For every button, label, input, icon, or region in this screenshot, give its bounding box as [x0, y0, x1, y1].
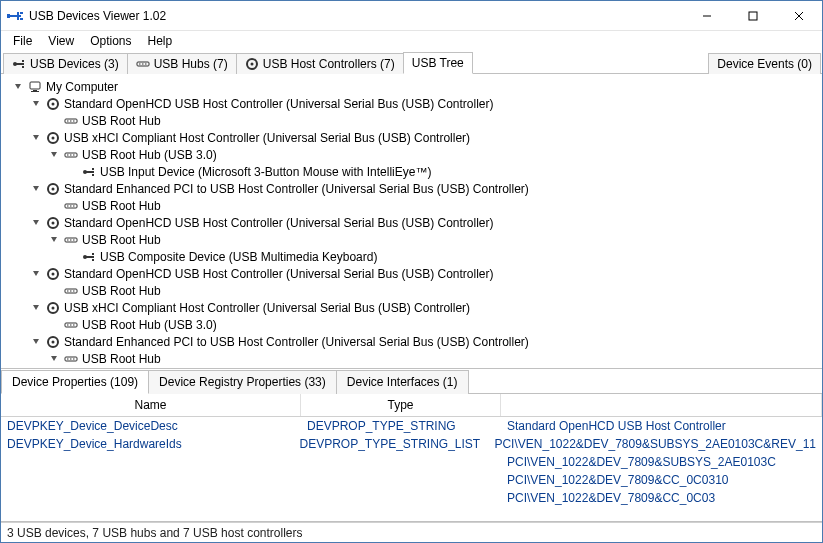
tree-label: My Computer [46, 80, 118, 94]
tree-panel: My ComputerStandard OpenHCD USB Host Con… [1, 74, 822, 369]
gear-icon [46, 97, 60, 111]
tree-toggle-icon[interactable] [31, 98, 42, 109]
svg-rect-0 [9, 15, 21, 17]
svg-rect-58 [70, 290, 72, 291]
tree-row[interactable]: USB Root Hub [9, 231, 822, 248]
hub-icon [64, 114, 78, 128]
menu-help[interactable]: Help [140, 32, 181, 50]
svg-rect-31 [67, 154, 69, 155]
tab-usb-devices[interactable]: USB Devices (3) [3, 53, 128, 74]
column-header-name[interactable]: Name [1, 394, 301, 416]
property-type: DEVPROP_TYPE_STRING [307, 419, 507, 433]
tree-row[interactable]: USB Root Hub (USB 3.0) [9, 146, 822, 163]
tree-label: Standard OpenHCD USB Host Controller (Un… [64, 97, 493, 111]
computer-icon [28, 80, 42, 94]
svg-rect-64 [70, 324, 72, 325]
tree-label: USB Root Hub [82, 233, 161, 247]
property-row[interactable]: DEVPKEY_Device_DeviceDescDEVPROP_TYPE_ST… [1, 417, 822, 435]
svg-rect-43 [73, 205, 75, 206]
gear-icon [46, 182, 60, 196]
tab-usb-controllers[interactable]: USB Host Controllers (7) [236, 53, 404, 74]
tree-row[interactable]: Standard Enhanced PCI to USB Host Contro… [9, 333, 822, 350]
app-icon [7, 8, 23, 24]
tree-row[interactable]: Standard OpenHCD USB Host Controller (Un… [9, 265, 822, 282]
tree-row[interactable]: Standard Enhanced PCI to USB Host Contro… [9, 180, 822, 197]
maximize-button[interactable] [730, 1, 776, 31]
svg-rect-32 [70, 154, 72, 155]
tab-label: USB Tree [412, 56, 464, 70]
tree-label: USB xHCI Compliant Host Controller (Univ… [64, 131, 470, 145]
tab-usb-hubs[interactable]: USB Hubs (7) [127, 53, 237, 74]
minimize-button[interactable] [684, 1, 730, 31]
window-title: USB Devices Viewer 1.02 [29, 9, 684, 23]
tree-row[interactable]: USB xHCI Compliant Host Controller (Univ… [9, 299, 822, 316]
svg-point-29 [52, 136, 55, 139]
svg-rect-20 [33, 90, 37, 91]
gear-icon [46, 131, 60, 145]
menu-view[interactable]: View [40, 32, 82, 50]
tab-device-events[interactable]: Device Events (0) [708, 53, 821, 74]
svg-rect-37 [92, 174, 94, 176]
tab-device-interfaces[interactable]: Device Interfaces (1) [336, 370, 469, 394]
tree-row[interactable]: Standard OpenHCD USB Host Controller (Un… [9, 95, 822, 112]
svg-point-18 [250, 63, 253, 66]
tree-row[interactable]: USB Root Hub [9, 282, 822, 299]
menu-file[interactable]: File [5, 32, 40, 50]
svg-point-23 [52, 102, 55, 105]
gear-icon [46, 301, 60, 315]
tree-row[interactable]: USB Root Hub [9, 350, 822, 367]
tree-toggle-icon[interactable] [31, 336, 42, 347]
tab-registry-properties[interactable]: Device Registry Properties (33) [148, 370, 337, 394]
tree-toggle-icon[interactable] [31, 183, 42, 194]
svg-rect-48 [70, 239, 72, 240]
tab-label: Device Events (0) [717, 57, 812, 71]
svg-rect-47 [67, 239, 69, 240]
tree-row[interactable]: Standard OpenHCD USB Host Controller (Un… [9, 214, 822, 231]
property-row[interactable]: PCI\VEN_1022&DEV_7809&SUBSYS_2AE0103C [1, 453, 822, 471]
svg-rect-21 [31, 91, 39, 92]
svg-rect-42 [70, 205, 72, 206]
close-button[interactable] [776, 1, 822, 31]
column-header-type[interactable]: Type [301, 394, 501, 416]
column-header-value[interactable] [501, 394, 822, 416]
property-list[interactable]: DEVPKEY_Device_DeviceDescDEVPROP_TYPE_ST… [1, 417, 822, 521]
hub-icon [64, 148, 78, 162]
hub-icon [64, 233, 78, 247]
usb-icon [82, 250, 96, 264]
tree-row[interactable]: USB Root Hub (USB 3.0) [9, 316, 822, 333]
tree-row[interactable]: My Computer [9, 78, 822, 95]
svg-rect-71 [73, 358, 75, 359]
tree-row[interactable]: USB Root Hub [9, 197, 822, 214]
property-type: DEVPROP_TYPE_STRING_LIST [299, 437, 494, 451]
property-row[interactable]: DEVPKEY_Device_HardwareIdsDEVPROP_TYPE_S… [1, 435, 822, 453]
property-type [307, 491, 507, 505]
tree-label: USB Root Hub [82, 199, 161, 213]
tree-toggle-icon[interactable] [49, 234, 60, 245]
property-name [7, 491, 307, 505]
tree-view[interactable]: My ComputerStandard OpenHCD USB Host Con… [1, 74, 822, 368]
tree-row[interactable]: USB Root Hub [9, 112, 822, 129]
tree-label: USB Composite Device (USB Multimedia Key… [100, 250, 377, 264]
property-panel: Name Type DEVPKEY_Device_DeviceDescDEVPR… [1, 394, 822, 522]
svg-rect-65 [73, 324, 75, 325]
tree-row[interactable]: USB Composite Device (USB Multimedia Key… [9, 248, 822, 265]
tree-row[interactable]: USB Input Device (Microsoft 3-Button Mou… [9, 163, 822, 180]
tree-toggle-icon[interactable] [31, 132, 42, 143]
property-row[interactable]: PCI\VEN_1022&DEV_7809&CC_0C03 [1, 489, 822, 507]
tree-toggle-icon[interactable] [31, 268, 42, 279]
tree-label: Standard Enhanced PCI to USB Host Contro… [64, 182, 529, 196]
tree-row[interactable]: USB xHCI Compliant Host Controller (Univ… [9, 129, 822, 146]
usb-icon [12, 57, 26, 71]
tree-toggle-icon[interactable] [31, 302, 42, 313]
tree-toggle-icon[interactable] [13, 81, 24, 92]
property-type [307, 473, 507, 487]
tree-toggle-icon[interactable] [49, 353, 60, 364]
tree-toggle-icon[interactable] [31, 217, 42, 228]
tab-usb-tree[interactable]: USB Tree [403, 52, 473, 74]
tab-device-properties[interactable]: Device Properties (109) [1, 370, 149, 394]
svg-point-67 [52, 340, 55, 343]
tree-toggle-icon [49, 200, 60, 211]
property-row[interactable]: PCI\VEN_1022&DEV_7809&CC_0C0310 [1, 471, 822, 489]
menu-options[interactable]: Options [82, 32, 139, 50]
tree-toggle-icon[interactable] [49, 149, 60, 160]
